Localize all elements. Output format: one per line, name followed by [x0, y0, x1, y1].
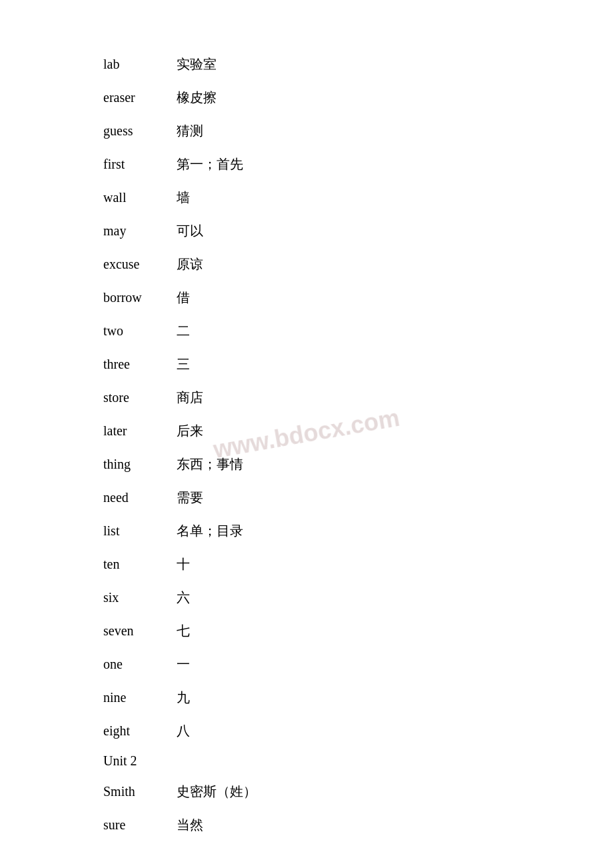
english-word: store: [103, 387, 163, 408]
english-word: two: [103, 320, 163, 341]
list-item: first第一；首先: [103, 153, 613, 175]
chinese-translation: 二: [177, 320, 190, 341]
english-word: wall: [103, 187, 163, 208]
chinese-translation: 可以: [177, 220, 203, 241]
list-item: guess猜测: [103, 120, 613, 141]
english-word: eight: [103, 720, 163, 741]
list-item: store商店: [103, 387, 613, 408]
english-word: lab: [103, 53, 163, 75]
english-word: eraser: [103, 87, 163, 108]
english-word: need: [103, 487, 163, 508]
english-word: borrow: [103, 287, 163, 308]
list-item: sure当然: [103, 814, 613, 835]
chinese-translation: 猜测: [177, 120, 203, 141]
list-item: eraser橡皮擦: [103, 87, 613, 108]
list-item: nine九: [103, 687, 613, 708]
list-item: borrow借: [103, 287, 613, 308]
chinese-translation: 七: [177, 620, 190, 641]
chinese-translation: 三: [177, 353, 190, 375]
english-word: may: [103, 220, 163, 241]
english-word: three: [103, 353, 163, 375]
list-item: one一: [103, 653, 613, 675]
list-item: lab实验室: [103, 53, 613, 75]
english-word: seven: [103, 620, 163, 641]
chinese-translation: 需要: [177, 487, 203, 508]
english-word: list: [103, 520, 163, 541]
english-word: six: [103, 587, 163, 608]
english-word: nine: [103, 687, 163, 708]
chinese-translation: 橡皮擦: [177, 87, 217, 108]
english-word: Smith: [103, 781, 163, 802]
list-item: ten十: [103, 553, 613, 575]
chinese-translation: 当然: [177, 814, 203, 835]
chinese-translation: 六: [177, 587, 190, 608]
list-item: list名单；目录: [103, 520, 613, 541]
list-item: may可以: [103, 220, 613, 241]
chinese-translation: 第一；首先: [177, 153, 243, 175]
english-word: sure: [103, 814, 163, 835]
english-word: one: [103, 653, 163, 675]
chinese-translation: 借: [177, 287, 190, 308]
list-item: eight八: [103, 720, 613, 741]
chinese-translation: 实验室: [177, 53, 217, 75]
list-item: excuse原谅: [103, 253, 613, 275]
chinese-translation: 后来: [177, 420, 203, 441]
chinese-translation: 东西；事情: [177, 453, 243, 475]
chinese-translation: 一: [177, 653, 190, 675]
chinese-translation: 十: [177, 553, 190, 575]
list-item: two二: [103, 320, 613, 341]
english-word: ten: [103, 553, 163, 575]
list-item: Smith史密斯（姓）: [103, 781, 613, 802]
chinese-translation: 九: [177, 687, 190, 708]
list-item: wall墙: [103, 187, 613, 208]
english-word: first: [103, 153, 163, 175]
list-item: need需要: [103, 487, 613, 508]
english-word: excuse: [103, 253, 163, 275]
chinese-translation: 原谅: [177, 253, 203, 275]
list-item: later后来: [103, 420, 613, 441]
chinese-translation: 商店: [177, 387, 203, 408]
vocab-list: lab实验室eraser橡皮擦guess猜测first第一；首先wall墙may…: [0, 0, 613, 868]
english-word: guess: [103, 120, 163, 141]
list-item: six六: [103, 587, 613, 608]
chinese-translation: 名单；目录: [177, 520, 243, 541]
chinese-translation: 八: [177, 720, 190, 741]
english-word: later: [103, 420, 163, 441]
chinese-translation: 墙: [177, 187, 190, 208]
english-word: thing: [103, 453, 163, 475]
list-item: thing东西；事情: [103, 453, 613, 475]
list-item: seven七: [103, 620, 613, 641]
list-item: three三: [103, 353, 613, 375]
unit-label: Unit 2: [103, 753, 613, 769]
chinese-translation: 史密斯（姓）: [177, 781, 257, 802]
